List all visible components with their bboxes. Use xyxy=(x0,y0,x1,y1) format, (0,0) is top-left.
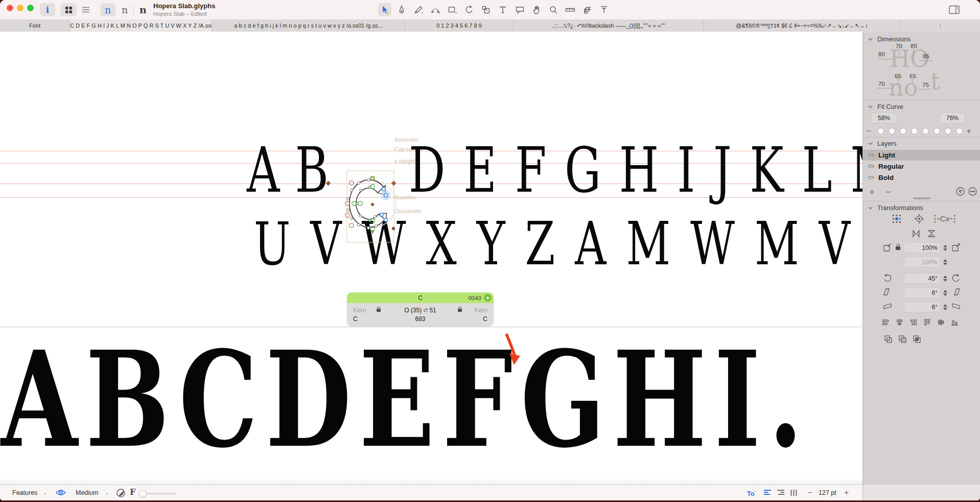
fit-curve-step-2[interactable] xyxy=(889,128,895,134)
layers-panel-header[interactable]: Layers xyxy=(868,140,897,147)
proportional-lock-icon[interactable] xyxy=(896,246,900,250)
eye-icon[interactable] xyxy=(868,164,875,169)
minimize-button[interactable] xyxy=(17,5,24,11)
rotate-ccw-button[interactable] xyxy=(882,273,893,285)
vertical-layout-button[interactable] xyxy=(790,489,798,498)
scale-x-stepper[interactable] xyxy=(942,242,948,253)
features-dropdown[interactable]: Features xyxy=(12,489,37,496)
skew-stepper[interactable] xyxy=(942,302,948,312)
fit-curve-step-7[interactable] xyxy=(945,128,951,134)
glyph-width-value[interactable]: 683 xyxy=(415,315,425,323)
close-button[interactable] xyxy=(7,5,13,11)
left-lock-icon[interactable] xyxy=(377,309,381,312)
skew-right-button[interactable] xyxy=(951,302,961,313)
align-text-right-button[interactable] xyxy=(777,489,785,498)
measure-ruler-tool[interactable] xyxy=(564,3,577,16)
glyph-next-button[interactable] xyxy=(484,294,492,302)
filter-layers-button[interactable] xyxy=(956,187,965,198)
boolean-subtract-button[interactable] xyxy=(898,334,907,346)
primitives-tool[interactable] xyxy=(446,3,459,16)
tab-uppercase[interactable]: A B C D E F G H I J K L M N O P Q R S T … xyxy=(70,19,212,32)
zoom-tool[interactable] xyxy=(547,3,560,16)
draw-tool[interactable] xyxy=(395,3,408,16)
spacing-mode-button[interactable]: To· xyxy=(747,489,756,497)
scale-down-button[interactable] xyxy=(882,242,893,255)
align-text-left-button[interactable] xyxy=(763,489,772,498)
layer-row-light[interactable]: Light xyxy=(863,150,980,161)
tab-arrows[interactable]: ↕ xyxy=(901,19,980,32)
tab-punctuation[interactable]: .,:;…!¡?¿· •*#///backslash -—–_(){}[]‚„“… xyxy=(514,19,704,32)
align-top-button[interactable] xyxy=(923,318,931,329)
zoom-window-button[interactable] xyxy=(27,5,34,11)
fit-curve-step-6[interactable] xyxy=(934,128,940,134)
fit-curve-step-1[interactable] xyxy=(877,128,884,134)
scale-tool[interactable] xyxy=(479,3,493,16)
text-tool[interactable] xyxy=(496,3,509,16)
slant-field[interactable]: 6° xyxy=(904,287,941,298)
right-lock-icon[interactable] xyxy=(458,309,462,312)
layer-row-bold[interactable]: Bold xyxy=(863,172,980,183)
fit-curve-min-field[interactable]: 58% xyxy=(871,112,897,123)
point-size-value[interactable]: 127 pt xyxy=(819,489,836,496)
preview-eye-button[interactable] xyxy=(55,489,66,498)
skew-left-button[interactable] xyxy=(882,302,893,313)
boolean-union-button[interactable] xyxy=(883,334,893,346)
tab-font[interactable]: Font xyxy=(0,19,70,32)
rotate-cw-button[interactable] xyxy=(951,273,961,285)
fit-curve-step-4[interactable] xyxy=(911,128,918,134)
dimensions-panel-header[interactable]: Dimensions xyxy=(868,36,911,43)
right-sidebearing-value[interactable]: 51 xyxy=(429,307,436,314)
scale-up-button[interactable] xyxy=(951,242,961,255)
layer-options-button[interactable] xyxy=(968,187,977,198)
fit-curve-panel-header[interactable]: Fit Curve xyxy=(868,103,903,110)
scale-y-stepper[interactable] xyxy=(942,257,948,267)
hand-tool[interactable] xyxy=(530,3,543,16)
flip-vertical-button[interactable] xyxy=(926,229,937,240)
align-right-button[interactable] xyxy=(909,318,918,329)
skew-field[interactable]: 6° xyxy=(904,302,941,312)
transform-crosshair-button[interactable] xyxy=(914,214,924,226)
kern-left-label[interactable]: Kern xyxy=(353,307,366,314)
tab-lowercase[interactable]: a b c d e f g h i j k l m n o p q r s t … xyxy=(212,19,405,32)
zoom-in-button[interactable]: + xyxy=(844,488,849,497)
instance-dropdown[interactable]: Medium xyxy=(76,489,98,496)
contrast-toggle[interactable] xyxy=(116,489,125,499)
scale-y-field[interactable]: 100% xyxy=(904,257,941,267)
eye-icon[interactable] xyxy=(868,153,875,157)
slant-left-button[interactable] xyxy=(882,287,893,299)
path-tool[interactable] xyxy=(429,3,442,16)
preview-n-blue-button[interactable]: n xyxy=(100,3,115,16)
align-bottom-button[interactable] xyxy=(950,318,959,329)
tab-digits[interactable]: 0 1 2 3 4 5 6 7 8 9 xyxy=(405,19,514,32)
align-center-v-button[interactable] xyxy=(937,318,945,329)
preview-n-bold-button[interactable]: n xyxy=(136,3,150,16)
kern-right-label[interactable]: Kern xyxy=(475,307,487,314)
add-layer-button[interactable]: + xyxy=(869,187,875,197)
slant-stepper[interactable] xyxy=(942,287,948,298)
fit-curve-plus-button[interactable]: + xyxy=(966,127,971,135)
annotation-tool[interactable] xyxy=(513,3,526,16)
edit-canvas[interactable]: Ascender Cap Height x-Height Baseline De… xyxy=(0,32,862,327)
left-group-glyph[interactable]: C xyxy=(353,315,358,323)
rotate-stepper[interactable] xyxy=(942,273,948,284)
fit-curve-step-3[interactable] xyxy=(900,128,906,134)
rotate-field[interactable]: 45° xyxy=(904,273,941,284)
remove-layer-button[interactable]: − xyxy=(885,187,891,197)
panel-resize-handle[interactable] xyxy=(913,197,930,199)
preview-pane[interactable]: ABCDEFGHI. xyxy=(0,327,862,485)
fit-curve-step-8[interactable] xyxy=(956,128,963,134)
font-info-button[interactable]: i xyxy=(40,3,55,16)
sample-glyph-toggle[interactable]: F xyxy=(130,488,135,496)
glyph-edit-area[interactable] xyxy=(325,166,412,250)
left-sidebearing-value[interactable]: O (35) xyxy=(404,307,422,314)
transform-reference-button[interactable]: Cx xyxy=(934,214,956,226)
stacker-tool[interactable] xyxy=(580,3,594,16)
preview-n-regular-button[interactable]: n xyxy=(118,3,132,16)
eye-icon[interactable] xyxy=(868,175,875,180)
select-tool[interactable] xyxy=(378,3,391,16)
boolean-intersect-button[interactable] xyxy=(912,334,922,346)
slant-right-button[interactable] xyxy=(951,287,961,299)
align-left-button[interactable] xyxy=(881,318,890,329)
fit-curve-max-field[interactable]: 76% xyxy=(940,112,965,123)
toggle-sidebar-button[interactable] xyxy=(945,3,963,16)
